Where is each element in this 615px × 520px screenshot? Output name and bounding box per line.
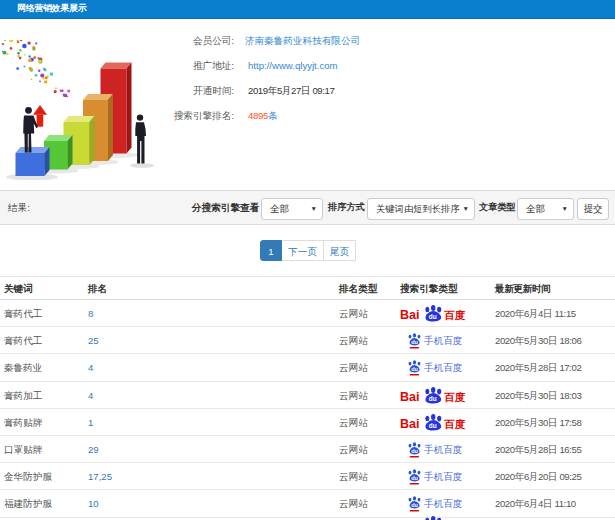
svg-text:du: du bbox=[411, 475, 418, 481]
svg-text:du: du bbox=[411, 366, 418, 372]
svg-text:du: du bbox=[411, 448, 418, 454]
svg-text:Bai: Bai bbox=[400, 389, 419, 403]
svg-text:Bai: Bai bbox=[400, 308, 419, 322]
svg-text:du: du bbox=[429, 313, 437, 320]
svg-text:百度: 百度 bbox=[444, 309, 466, 321]
svg-text:du: du bbox=[411, 502, 418, 508]
svg-text:du: du bbox=[429, 422, 437, 429]
svg-text:du: du bbox=[411, 339, 418, 345]
svg-text:百度: 百度 bbox=[444, 391, 466, 403]
svg-text:Bai: Bai bbox=[400, 416, 419, 430]
svg-text:百度: 百度 bbox=[444, 418, 466, 430]
svg-text:du: du bbox=[429, 394, 437, 401]
